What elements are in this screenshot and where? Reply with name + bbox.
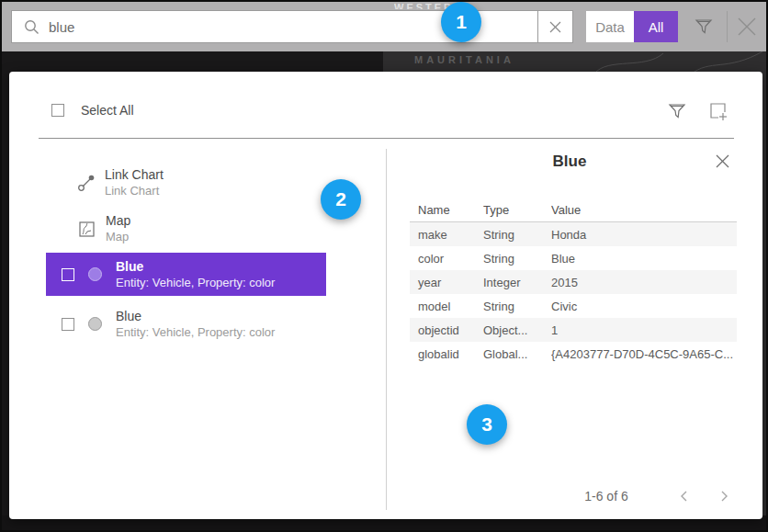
attr-type: String bbox=[483, 228, 551, 242]
search-close-icon[interactable] bbox=[735, 15, 759, 39]
attr-value: 1 bbox=[551, 323, 737, 337]
attr-value: 2015 bbox=[551, 276, 737, 289]
chevron-right-icon[interactable] bbox=[717, 490, 730, 503]
results-filter-icon[interactable] bbox=[667, 101, 687, 121]
result-subtitle: Link Chart bbox=[105, 183, 164, 198]
panel-vertical-divider bbox=[386, 149, 387, 510]
table-row: model String Civic bbox=[410, 294, 737, 318]
callout-badge-1: 1 bbox=[441, 2, 481, 42]
attr-value: Honda bbox=[551, 228, 737, 242]
select-all-row: Select All bbox=[51, 103, 134, 118]
column-header-name: Name bbox=[410, 203, 483, 217]
column-header-type: Type bbox=[483, 203, 551, 217]
attr-name: color bbox=[410, 252, 483, 266]
table-row: globalid Global... {A4203777-D70D-4C5C-9… bbox=[410, 342, 737, 366]
pagination-label: 1-6 of 6 bbox=[560, 489, 652, 504]
result-title: Blue bbox=[116, 259, 275, 275]
attribute-table-header: Name Type Value bbox=[410, 198, 737, 222]
add-selection-icon[interactable] bbox=[707, 101, 728, 122]
result-title: Blue bbox=[116, 309, 275, 324]
search-scope-toggle: Data All bbox=[586, 11, 678, 42]
search-results-panel: Select All Link Chart Link Chart Map bbox=[9, 72, 762, 519]
result-title: Map bbox=[106, 213, 130, 229]
app-window: MAURITANIA WESTER Data All Select A bbox=[0, 0, 768, 532]
attr-name: objectid bbox=[410, 323, 483, 337]
result-checkbox[interactable] bbox=[62, 318, 74, 331]
attr-value: {A4203777-D70D-4C5C-9A65-C... bbox=[551, 347, 737, 361]
toolbar-divider bbox=[727, 11, 728, 42]
entity-circle-icon bbox=[88, 317, 102, 331]
detail-close-icon[interactable] bbox=[715, 153, 730, 169]
entity-circle-icon bbox=[88, 267, 102, 281]
chevron-left-icon[interactable] bbox=[678, 490, 691, 503]
attr-type: String bbox=[483, 300, 551, 313]
attr-value: Blue bbox=[551, 252, 737, 266]
table-row: objectid Object... 1 bbox=[410, 318, 737, 342]
table-row: make String Honda bbox=[410, 222, 737, 246]
search-toolbar: Data All bbox=[2, 2, 766, 51]
attr-type: Global... bbox=[483, 347, 551, 361]
attr-type: Object... bbox=[483, 323, 551, 337]
scope-data-button[interactable]: Data bbox=[586, 11, 634, 42]
select-all-checkbox[interactable] bbox=[51, 104, 64, 117]
result-subtitle: Entity: Vehicle, Property: color bbox=[116, 275, 275, 290]
filter-icon[interactable] bbox=[694, 17, 714, 37]
callout-badge-3: 3 bbox=[467, 404, 507, 445]
result-title: Link Chart bbox=[105, 167, 164, 183]
attr-name: globalid bbox=[410, 347, 483, 361]
detail-title: Blue bbox=[404, 153, 735, 171]
result-item-map[interactable]: Map Map bbox=[46, 209, 326, 248]
result-subtitle: Map bbox=[106, 229, 130, 244]
table-row: year Integer 2015 bbox=[410, 270, 737, 294]
attr-name: make bbox=[410, 228, 483, 242]
attr-type: String bbox=[483, 252, 551, 266]
map-icon bbox=[79, 221, 95, 237]
result-subtitle: Entity: Vehicle, Property: color bbox=[116, 324, 275, 340]
result-item-blue-selected[interactable]: Blue Entity: Vehicle, Property: color bbox=[46, 253, 326, 296]
search-icon bbox=[24, 19, 40, 35]
panel-header-divider bbox=[39, 138, 734, 139]
result-checkbox[interactable] bbox=[62, 268, 74, 281]
link-chart-icon bbox=[77, 174, 96, 192]
attr-type: Integer bbox=[483, 276, 551, 289]
select-all-label: Select All bbox=[81, 103, 134, 118]
map-label-mauritania: MAURITANIA bbox=[414, 54, 514, 65]
search-clear-button[interactable] bbox=[537, 11, 572, 42]
attr-value: Civic bbox=[551, 300, 737, 313]
result-item-link-chart[interactable]: Link Chart Link Chart bbox=[46, 164, 326, 202]
attribute-table: Name Type Value make String Honda color … bbox=[410, 198, 737, 366]
attr-name: model bbox=[410, 300, 483, 313]
attr-name: year bbox=[410, 276, 483, 289]
result-item-blue[interactable]: Blue Entity: Vehicle, Property: color bbox=[46, 302, 326, 345]
callout-badge-2: 2 bbox=[321, 179, 361, 220]
table-row: color String Blue bbox=[410, 246, 737, 270]
column-header-value: Value bbox=[551, 203, 737, 217]
search-box[interactable] bbox=[11, 10, 573, 43]
scope-all-button[interactable]: All bbox=[634, 11, 678, 42]
